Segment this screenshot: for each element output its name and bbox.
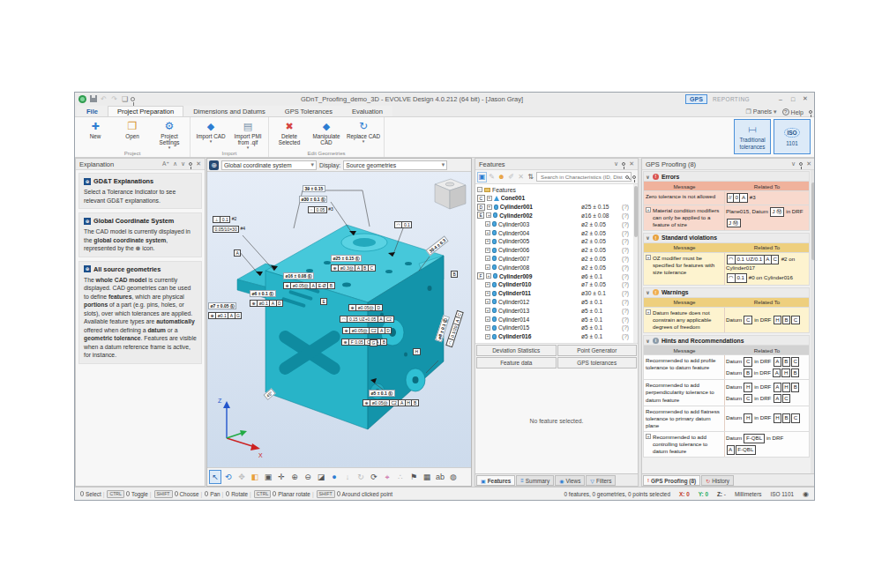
refresh-view-tool[interactable]: ↻ bbox=[355, 470, 367, 484]
chevron-down-icon[interactable] bbox=[181, 160, 185, 167]
tab-deviation-statistics[interactable]: Deviation Statistics bbox=[476, 345, 557, 356]
alerts-icon[interactable]: ☻ bbox=[497, 172, 506, 182]
iso-1101-button[interactable]: 1101 bbox=[774, 119, 811, 154]
tab-evaluation[interactable]: Evaluation bbox=[342, 106, 392, 116]
select-tool[interactable]: ↖ bbox=[209, 470, 221, 484]
tab-gps-tolerances[interactable]: GPS Tolerances bbox=[275, 106, 342, 116]
expand-icon[interactable] bbox=[485, 239, 490, 244]
tab-project-preparation[interactable]: Project Preparation bbox=[108, 106, 183, 116]
tolerance-annotation[interactable]: ○0.05 #3 bbox=[308, 206, 333, 213]
related-to[interactable]: Datum B in DRF AHB bbox=[726, 368, 808, 378]
issue-row[interactable]: +Datum feature does not constrain any ap… bbox=[643, 308, 810, 333]
tolerance-annotation[interactable]: ⊕ø0.05ⓂAE-ØB bbox=[283, 282, 335, 289]
tab-feature-data[interactable]: Feature data bbox=[476, 357, 557, 368]
help-button[interactable]: ?Help bbox=[782, 108, 804, 115]
expand-icon[interactable] bbox=[485, 334, 490, 339]
bottom-tab-features[interactable]: ▣Features bbox=[476, 475, 515, 486]
project-settings-button[interactable]: Project Settings▾ bbox=[151, 118, 188, 150]
related-to[interactable]: AF-QBL bbox=[726, 445, 808, 455]
expand-icon[interactable]: + bbox=[646, 434, 651, 439]
issue-row[interactable]: +Recommended to add controlling toleranc… bbox=[643, 432, 810, 458]
coordinate-system-select[interactable]: Global coordinate system bbox=[221, 160, 317, 170]
bottom-tab-summary[interactable]: ≡Summary bbox=[516, 475, 554, 486]
tolerance-annotation[interactable]: ⊕ø0.1AG bbox=[208, 312, 242, 319]
feature-row[interactable]: Cylinder011 ø30 ± 0.1 (?) bbox=[477, 289, 632, 298]
message-column-header[interactable]: Message bbox=[644, 299, 725, 305]
sort-icon[interactable]: ⇅ bbox=[526, 172, 535, 182]
bottom-tab-gps-proofing[interactable]: !GPS Proofing (8) bbox=[643, 475, 700, 486]
manipulate-cad-button[interactable]: Manipulate CAD▾ bbox=[308, 118, 345, 150]
tolerance-annotation[interactable]: ø7 ± 0.05 Ⓔ bbox=[208, 302, 236, 309]
tolerance-annotation[interactable]: 39 ± 0.15 bbox=[303, 185, 325, 192]
measure-icon[interactable]: ✐ bbox=[506, 172, 516, 182]
fit-view-tool[interactable]: ↓ bbox=[341, 470, 354, 484]
expand-icon[interactable] bbox=[485, 256, 490, 261]
feature-row[interactable]: Cylinder013 ø5 ± 0.1 (?) bbox=[477, 306, 632, 315]
related-column-header[interactable]: Related To bbox=[725, 299, 809, 305]
pin-icon[interactable] bbox=[809, 110, 812, 114]
pin-icon[interactable] bbox=[189, 162, 192, 166]
tolerance-annotation[interactable]: ø25 ± 0.15 Ⓔ bbox=[331, 255, 362, 262]
scrollbar[interactable] bbox=[811, 170, 814, 473]
maximize-button[interactable] bbox=[787, 94, 799, 104]
message-column-header[interactable]: Message bbox=[644, 183, 725, 190]
chevron-down-icon[interactable] bbox=[614, 160, 618, 167]
issue-row[interactable]: +OZ modifier must be specified for featu… bbox=[643, 253, 810, 286]
related-to[interactable]: Plane015, Datum J Ⓜ in DRF bbox=[726, 207, 808, 217]
feature-row[interactable]: Cylinder007 ø2 ± 0.05 (?) bbox=[477, 255, 632, 264]
feature-row[interactable]: Cylinder014 ø5 ± 0.1 (?) bbox=[477, 315, 632, 324]
expand-icon[interactable] bbox=[485, 221, 490, 227]
tab-dimensions-and-datums[interactable]: Dimensions and Datums bbox=[183, 106, 275, 116]
import-pmi-button[interactable]: Import PMI from .qif▾ bbox=[229, 118, 266, 150]
globe-icon[interactable] bbox=[803, 490, 809, 498]
cad-canvas[interactable]: Z X 39 ± 0.15ø30 ± 0.1 Ⓔ○0.05 #3⊥0.1 #20… bbox=[207, 172, 471, 467]
expand-icon[interactable] bbox=[485, 282, 490, 287]
expand-icon[interactable] bbox=[485, 316, 490, 322]
tolerance-annotation[interactable]: G bbox=[370, 339, 377, 346]
expand-icon[interactable] bbox=[485, 308, 490, 313]
bottom-tab-filters[interactable]: ▽Filters bbox=[586, 475, 616, 486]
replace-cad-button[interactable]: Replace CAD▾ bbox=[345, 118, 382, 150]
rotate-tool[interactable]: ⟲ bbox=[222, 470, 235, 484]
bottom-tab-views[interactable]: ◉Views bbox=[555, 475, 585, 486]
labels-toggle[interactable]: ab bbox=[434, 470, 446, 484]
turntable-tool[interactable]: ⟳ bbox=[368, 470, 380, 484]
pin-icon[interactable] bbox=[799, 162, 803, 166]
feature-row[interactable]: Cylinder005 ø2 ± 0.05 (?) bbox=[477, 237, 632, 246]
related-to[interactable]: Datum C in DRF HBC bbox=[726, 316, 808, 325]
move-tool[interactable]: ✛ bbox=[275, 470, 288, 484]
issue-row[interactable]: Recommended to add flatness tolerance to… bbox=[643, 406, 810, 432]
reporting-mode-button[interactable]: REPORTING bbox=[713, 96, 750, 102]
feature-row[interactable]: F Cylinder009 ø6 ± 0.1 (?) bbox=[477, 272, 632, 280]
tolerance-annotation[interactable]: B bbox=[451, 271, 458, 278]
center-view-tool[interactable]: ⌖ bbox=[381, 470, 393, 484]
standard-violations-header[interactable]: ∨ ! Standard violations bbox=[643, 233, 810, 243]
norm-selector[interactable]: ISO 1101 bbox=[770, 491, 794, 497]
related-to[interactable]: Datum C in DRF AC bbox=[726, 394, 808, 404]
expand-icon[interactable] bbox=[485, 264, 490, 270]
display-select[interactable]: Source geometries bbox=[343, 160, 447, 170]
related-to[interactable]: Datum H in DRF AHB bbox=[726, 383, 808, 392]
tolerance-annotation[interactable]: ø6 ± 0.1 Ⓔ bbox=[250, 290, 276, 297]
units-selector[interactable]: Millimeters bbox=[735, 491, 762, 497]
related-to[interactable]: J Ⓜ bbox=[726, 219, 808, 228]
undo-icon[interactable] bbox=[99, 94, 108, 104]
expand-icon[interactable] bbox=[485, 291, 490, 296]
location-pin-icon[interactable] bbox=[131, 97, 135, 101]
feature-row[interactable]: Cylinder008 ø2 ± 0.05 (?) bbox=[477, 263, 632, 272]
tolerance-annotation[interactable]: ⊕ø0.05ⓂD bbox=[348, 304, 383, 311]
bottom-tab-history[interactable]: ↻History bbox=[701, 475, 734, 486]
tolerance-annotation[interactable]: ◠0.1 bbox=[394, 221, 412, 228]
expand-icon[interactable] bbox=[487, 196, 492, 201]
traditional-tolerances-button[interactable]: Traditional tolerances bbox=[734, 119, 771, 154]
related-to[interactable]: //0A #3 bbox=[726, 193, 808, 203]
shaded-view-tool[interactable]: ● bbox=[328, 470, 340, 484]
close-icon[interactable] bbox=[629, 160, 634, 167]
redo-icon[interactable] bbox=[109, 94, 119, 104]
related-to[interactable]: ◠0.1 UZ/0.1AC #2 on Cylinder017 bbox=[726, 255, 808, 272]
related-column-header[interactable]: Related To bbox=[725, 244, 809, 250]
issue-row[interactable]: Recommended to add perpendicularity tole… bbox=[643, 380, 810, 406]
related-column-header[interactable]: Related To bbox=[725, 183, 809, 190]
warnings-section-header[interactable]: ∨ ! Warnings bbox=[643, 287, 810, 298]
delete-feature-icon[interactable]: ✕ bbox=[516, 172, 526, 182]
